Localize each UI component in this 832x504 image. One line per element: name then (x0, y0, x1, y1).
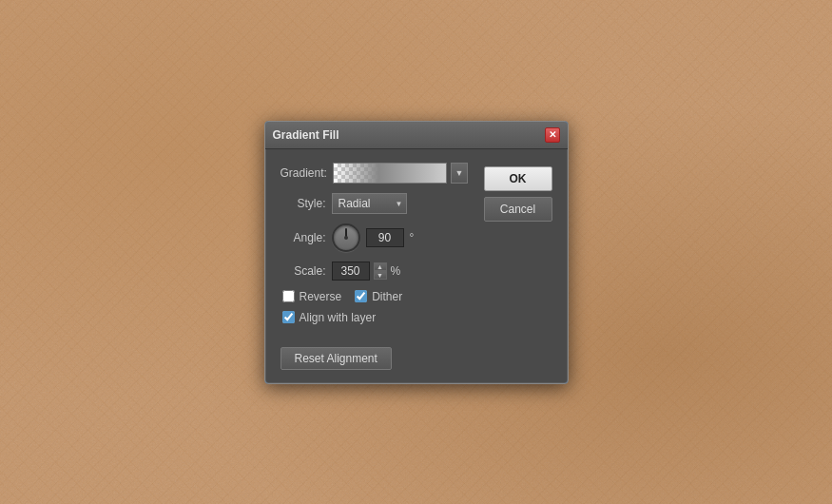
scale-arrows: ▲ ▼ (374, 262, 387, 280)
reverse-checkbox-item[interactable]: Reverse (282, 290, 342, 303)
bottom-section: Reset Alignment (265, 347, 568, 383)
ok-button[interactable]: OK (484, 166, 552, 191)
angle-input[interactable] (366, 228, 404, 247)
gradient-overlay (334, 164, 446, 183)
dither-checkbox-item[interactable]: Dither (355, 290, 402, 303)
scale-row: Scale: ▲ ▼ % (281, 262, 473, 281)
degree-symbol: ° (410, 231, 415, 244)
scale-up-button[interactable]: ▲ (374, 262, 387, 271)
percent-label: % (391, 264, 401, 278)
dialog-titlebar: Gradient Fill ✕ (265, 122, 568, 149)
style-select-wrap: Radial Linear Angle Reflected Diamond (332, 193, 407, 214)
align-checkbox[interactable] (282, 311, 295, 323)
close-button[interactable]: ✕ (545, 127, 560, 143)
cancel-button[interactable]: Cancel (484, 197, 552, 222)
gradient-preview[interactable] (333, 163, 447, 184)
reset-alignment-button[interactable]: Reset Alignment (281, 347, 392, 370)
scale-label: Scale: (281, 264, 326, 278)
dialog-body: Gradient: ▼ Style: Radial Linear Angle (265, 149, 568, 347)
dither-label: Dither (372, 290, 402, 303)
scale-input[interactable] (332, 262, 370, 281)
gradient-label: Gradient: (281, 166, 327, 180)
reverse-checkbox[interactable] (282, 290, 295, 302)
dialog-right-section: OK Cancel (484, 163, 552, 334)
angle-dial[interactable] (332, 223, 360, 252)
dialog-title: Gradient Fill (273, 128, 339, 142)
scale-wrap: ▲ ▼ % (332, 262, 401, 281)
scale-down-button[interactable]: ▼ (374, 271, 387, 280)
gradient-row: Gradient: ▼ (281, 163, 473, 184)
reverse-dither-row: Reverse Dither (281, 290, 473, 303)
angle-wrap: ° (332, 223, 415, 252)
align-label: Align with layer (300, 311, 377, 324)
style-select[interactable]: Radial Linear Angle Reflected Diamond (332, 193, 407, 214)
gradient-fill-dialog: Gradient Fill ✕ Gradient: ▼ Style: (264, 121, 569, 384)
gradient-dropdown-arrow[interactable]: ▼ (451, 163, 468, 184)
align-row: Align with layer (281, 311, 473, 324)
dialog-left-section: Gradient: ▼ Style: Radial Linear Angle (281, 163, 473, 334)
align-checkbox-item[interactable]: Align with layer (282, 311, 377, 324)
angle-label: Angle: (281, 231, 326, 244)
reverse-label: Reverse (300, 290, 342, 303)
angle-row: Angle: ° (281, 223, 473, 252)
angle-dial-center (344, 236, 348, 240)
style-label: Style: (281, 197, 326, 210)
gradient-preview-wrap: ▼ (333, 163, 468, 184)
style-row: Style: Radial Linear Angle Reflected Dia… (281, 193, 473, 214)
dither-checkbox[interactable] (355, 290, 367, 302)
